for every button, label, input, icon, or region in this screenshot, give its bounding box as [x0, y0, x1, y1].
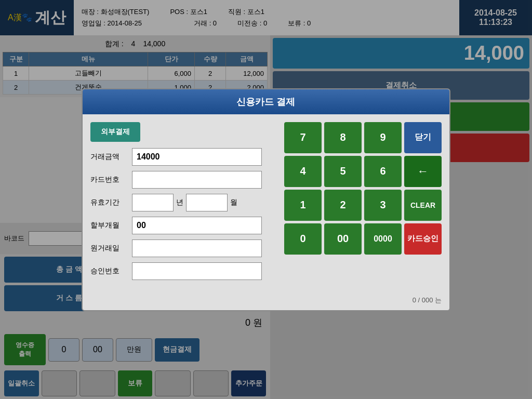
validity-label: 유효기간 [90, 198, 132, 207]
kp-0[interactable]: 0 [284, 223, 322, 255]
amount-label: 거래금액 [90, 152, 132, 162]
kp-clear[interactable]: CLEAR [404, 190, 442, 221]
modal-title: 신용카드 결제 [236, 97, 295, 107]
keypad-row2: 4 5 6 ← [284, 156, 442, 187]
keypad-row3: 1 2 3 CLEAR [284, 190, 442, 221]
modal: 신용카드 결제 외부결제 거래금액 카드번호 유효기간 년 [82, 88, 450, 311]
approval-label: 승인번호 [90, 267, 132, 276]
amount-input[interactable] [132, 148, 262, 166]
origin-row: 원거래일 [90, 240, 276, 257]
ext-pay-btn[interactable]: 외부결제 [90, 122, 140, 142]
modal-footer: 0 / 000 는 [83, 293, 449, 310]
card-label: 카드번호 [90, 175, 132, 184]
card-input[interactable] [132, 171, 262, 189]
kp-2[interactable]: 2 [324, 190, 362, 221]
kp-8[interactable]: 8 [324, 122, 362, 153]
year-input[interactable] [132, 194, 174, 211]
modal-overlay: 신용카드 결제 외부결제 거래금액 카드번호 유효기간 년 [0, 0, 532, 399]
kp-0000[interactable]: 0000 [364, 223, 402, 255]
approval-input[interactable] [132, 262, 262, 280]
installment-input[interactable] [132, 217, 262, 234]
amount-row: 거래금액 [90, 148, 276, 166]
kp-4[interactable]: 4 [284, 156, 322, 187]
installment-row: 할부개월 [90, 217, 276, 234]
kp-3[interactable]: 3 [364, 190, 402, 221]
year-month: 년 월 [132, 194, 237, 211]
kp-9[interactable]: 9 [364, 122, 402, 153]
modal-body: 외부결제 거래금액 카드번호 유효기간 년 월 [83, 114, 449, 293]
installment-label: 할부개월 [90, 221, 132, 230]
kp-7[interactable]: 7 [284, 122, 322, 153]
kp-5[interactable]: 5 [324, 156, 362, 187]
kp-1[interactable]: 1 [284, 190, 322, 221]
origin-label: 원거래일 [90, 244, 132, 253]
kp-back[interactable]: ← [404, 156, 442, 187]
validity-row: 유효기간 년 월 [90, 194, 276, 211]
modal-form: 외부결제 거래금액 카드번호 유효기간 년 월 [90, 122, 276, 285]
modal-footer-text: 0 / 000 는 [413, 296, 442, 304]
kp-6[interactable]: 6 [364, 156, 402, 187]
kp-close[interactable]: 닫기 [404, 122, 442, 153]
card-row: 카드번호 [90, 171, 276, 189]
modal-keypad: 7 8 9 닫기 4 5 6 ← 1 2 3 CLEAR [284, 122, 442, 285]
kp-00[interactable]: 00 [324, 223, 362, 255]
kp-card-approve[interactable]: 카드승인 [404, 223, 442, 255]
year-unit: 년 [176, 198, 183, 207]
month-input[interactable] [186, 194, 228, 211]
modal-header: 신용카드 결제 [83, 89, 449, 114]
keypad-row1: 7 8 9 닫기 [284, 122, 442, 153]
month-unit: 월 [230, 198, 237, 207]
approval-row: 승인번호 [90, 262, 276, 280]
keypad-row4: 0 00 0000 카드승인 [284, 223, 442, 255]
origin-input[interactable] [132, 240, 262, 257]
